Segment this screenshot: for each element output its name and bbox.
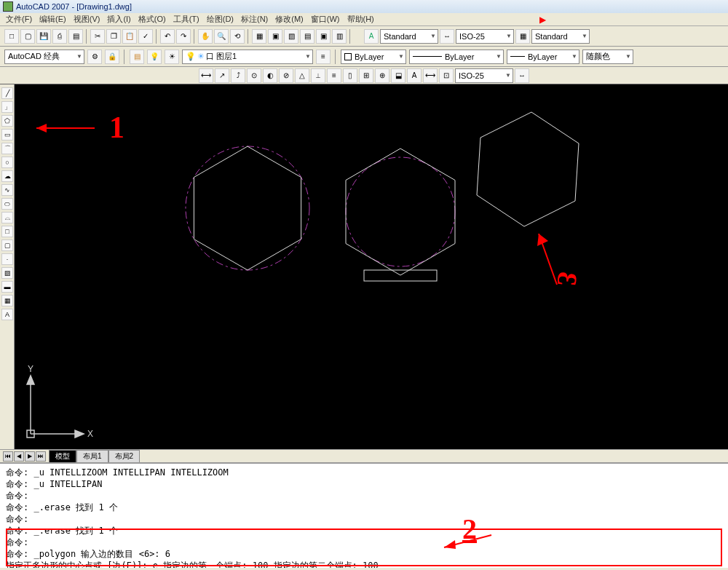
preview-icon[interactable]: ▤ [68,29,83,44]
tab-layout1[interactable]: 布局1 [76,450,108,463]
props-icon[interactable]: ▦ [252,29,266,44]
menu-file[interactable]: 文件(F) [6,14,32,25]
separator [248,29,249,44]
dim-ordinate-icon[interactable]: ⊙ [247,68,261,83]
cmd-line: 命令: _.erase 找到 1 个 [6,502,722,513]
color-dropdown[interactable]: ByLayer [341,50,406,64]
dim-aligned-icon[interactable]: ↗ [215,68,229,83]
dim-edit-icon[interactable]: ⊡ [439,68,454,83]
undo-icon[interactable]: ↶ [160,29,175,44]
dim-update-icon[interactable]: ↔ [515,68,529,83]
layer-freeze-icon[interactable]: ☀ [165,50,179,64]
dim-radius-icon[interactable]: ◐ [263,68,277,83]
save-icon[interactable]: 💾 [36,29,51,44]
menu-modify[interactable]: 修改(M) [275,14,304,25]
separator [86,29,87,44]
insert-icon[interactable]: □ [1,226,13,237]
dim-arc-icon[interactable]: ⤴ [231,68,245,83]
dim-space-icon[interactable]: ⊕ [375,68,389,83]
dimstyle-icon[interactable]: ↔ [440,29,454,44]
tool-icon[interactable]: ▧ [284,29,298,44]
orbit-icon[interactable]: ⟲ [230,29,245,44]
line-icon[interactable]: ╱ [1,87,13,99]
open-icon[interactable]: ▢ [20,29,35,44]
tablestyle-dropdown[interactable]: Standard [531,29,590,44]
menu-view[interactable]: 视图(V) [74,14,100,25]
hexagon-3-edge [477,112,579,226]
plot-icon[interactable]: ⎙ [52,29,67,44]
dim-linear-icon[interactable]: ⟷ [199,68,213,83]
dim-jogged-icon[interactable]: ⊘ [279,68,293,83]
menu-edit[interactable]: 编辑(E) [39,14,66,25]
ellipse-icon[interactable]: ⬭ [1,198,13,210]
revcloud-icon[interactable]: ☁ [1,170,13,182]
menu-insert[interactable]: 插入(I) [107,14,130,25]
hatch-icon[interactable]: ▨ [1,267,13,279]
tablestyle-icon[interactable]: ▦ [515,29,530,44]
command-window[interactable]: 命令: _u INTELLIZOOM INTELLIPAN INTELLIZOO… [0,462,728,568]
arc-icon[interactable]: ⌒ [1,143,13,154]
circle-icon[interactable]: ○ [1,157,13,168]
separator [194,29,195,44]
dim-angular-icon[interactable]: ⟂ [311,68,325,83]
dimstyle-dropdown[interactable]: ISO-25 [456,29,514,44]
redo-icon[interactable]: ↷ [176,29,191,44]
markup-icon[interactable]: ▣ [316,29,331,44]
table-icon[interactable]: ▦ [1,295,13,306]
ws-settings-icon[interactable]: ⚙ [87,50,102,64]
menu-format[interactable]: 格式(O) [138,14,166,25]
mtext-icon[interactable]: A [1,309,13,320]
textstyle-dropdown[interactable]: Standard [380,29,438,44]
pan-icon[interactable]: ✋ [198,29,213,44]
menu-help[interactable]: 帮助(H) [347,14,374,25]
ellipsearc-icon[interactable]: ⌓ [1,212,13,223]
match-icon[interactable]: ✓ [138,29,153,44]
point-icon[interactable]: · [1,253,13,265]
workspace-dropdown[interactable]: AutoCAD 经典 [4,50,84,64]
tab-model[interactable]: 模型 [49,450,76,463]
dim-center-icon[interactable]: ⟷ [423,68,438,83]
linetype-dropdown[interactable]: ByLayer [409,50,504,64]
menu-window[interactable]: 窗口(W) [311,14,340,25]
layer-prop-icon[interactable]: ▤ [130,50,144,64]
layer-prev-icon[interactable]: ≡ [316,50,331,64]
region-icon[interactable]: ▬ [1,281,13,293]
dimstyle2-dropdown[interactable]: ISO-25 [455,68,513,83]
layer-filter-icon[interactable]: 💡 [147,50,162,64]
drawing-canvas[interactable]: X Y 1 3 [15,84,728,449]
spline-icon[interactable]: ∿ [1,184,13,196]
tab-layout2[interactable]: 布局2 [108,450,141,463]
tab-last-icon[interactable]: ⏭ [36,451,46,462]
menu-tools[interactable]: 工具(T) [173,14,199,25]
dim-tolerance-icon[interactable]: A [407,68,422,83]
dim-quick-icon[interactable]: ≡ [327,68,341,83]
tab-first-icon[interactable]: ⏮ [3,451,13,462]
zoom-icon[interactable]: 🔍 [214,29,229,44]
menu-draw[interactable]: 绘图(D) [207,14,234,25]
block-icon[interactable]: ▢ [1,240,13,251]
layer-dropdown[interactable]: 💡☀口 图层1 [182,50,313,64]
paste-icon[interactable]: 📋 [122,29,137,44]
dim-diameter-icon[interactable]: △ [295,68,309,83]
dim-continue-icon[interactable]: ⊞ [359,68,373,83]
sheet-icon[interactable]: ▤ [300,29,314,44]
new-icon[interactable]: □ [4,29,19,44]
linetype-value: ByLayer [445,52,474,61]
lineweight-dropdown[interactable]: ByLayer [507,50,579,64]
plotstyle-dropdown[interactable]: 随颜色 [582,50,633,64]
pline-icon[interactable]: 」 [1,101,13,113]
polygon-icon[interactable]: ⬠ [1,115,13,127]
tab-next-icon[interactable]: ▶ [25,451,35,462]
dc-icon[interactable]: ▣ [268,29,282,44]
menu-dimension[interactable]: 标注(N) [241,14,268,25]
calc-icon[interactable]: ▥ [332,29,347,44]
textstyle-icon[interactable]: A [364,29,379,44]
dimension-toolbar: ⟷ ↗ ⤴ ⊙ ◐ ⊘ △ ⟂ ≡ ▯ ⊞ ⊕ ⬓ A ⟷ ⊡ ISO-25 ↔ [0,67,728,84]
rectangle-icon[interactable]: ▭ [1,129,13,140]
dim-break-icon[interactable]: ⬓ [391,68,405,83]
tab-prev-icon[interactable]: ◀ [14,451,24,462]
dim-baseline-icon[interactable]: ▯ [343,68,357,83]
cut-icon[interactable]: ✂ [90,29,105,44]
ws-lock-icon[interactable]: 🔒 [105,50,119,64]
copy-icon[interactable]: ❐ [106,29,121,44]
